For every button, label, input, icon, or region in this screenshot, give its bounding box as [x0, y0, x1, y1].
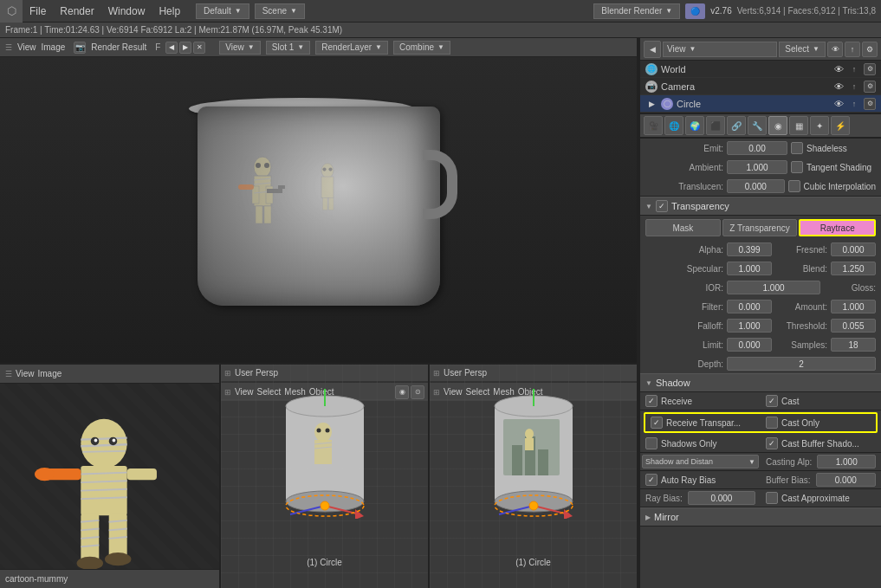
mummy-image-label[interactable]: Image [38, 369, 62, 378]
blend-value: 1.250 [842, 264, 864, 274]
world-eye-icon[interactable]: 👁 [832, 63, 845, 75]
camera-cursor-icon[interactable]: ↑ [848, 81, 860, 93]
alpha-field[interactable]: 0.399 [727, 242, 772, 256]
depth-field[interactable]: 2 [727, 357, 876, 371]
combine-dropdown[interactable]: Combine ▼ [393, 41, 450, 55]
limit-field[interactable]: 0.000 [727, 338, 772, 352]
emit-field[interactable]: 0.00 [727, 141, 787, 155]
transparency-check[interactable] [656, 200, 668, 212]
prev-btn[interactable]: ◀ [165, 42, 178, 54]
viewport-3d-left[interactable]: ⊞ User Persp [221, 365, 430, 588]
particles-icon[interactable]: ✦ [810, 116, 829, 135]
buffer-bias-field[interactable]: 0.000 [816, 473, 876, 487]
world-settings-icon[interactable]: ⚙ [864, 63, 876, 75]
cast-approx-check[interactable] [766, 492, 778, 504]
next-btn[interactable]: ▶ [179, 42, 191, 54]
scene-item-circle[interactable]: ▶ ◯ Circle 👁 ↑ ⚙ [640, 95, 881, 113]
falloff-field[interactable]: 1.000 [727, 319, 772, 333]
ambient-field[interactable]: 1.000 [727, 160, 787, 174]
svg-rect-69 [538, 449, 548, 475]
ray-bias-field[interactable]: 0.000 [688, 491, 755, 505]
viewport-header-right: ⊞ User Persp [430, 365, 637, 382]
ior-field[interactable]: 1.000 [727, 281, 820, 294]
fresnel-field[interactable]: 0.000 [831, 242, 876, 256]
material-icon[interactable]: ◉ [768, 116, 787, 135]
menu-render[interactable]: Render [53, 0, 100, 23]
view-dropdown-rp[interactable]: View ▼ [663, 42, 777, 57]
z-trans-label: Z Transparency [729, 223, 789, 233]
engine-selector[interactable]: Blender Render ▼ [593, 3, 680, 19]
translucen-field[interactable]: 0.000 [727, 179, 785, 193]
tangent-check[interactable] [791, 161, 803, 173]
mode-btn-2[interactable]: ⊙ [411, 385, 424, 399]
image-label[interactable]: Image [42, 42, 66, 52]
receive-check[interactable] [645, 395, 658, 407]
amount-field[interactable]: 1.000 [831, 300, 876, 313]
circle-settings-icon[interactable]: ⚙ [864, 98, 876, 110]
receive-trans-label: Receive Transpar... [666, 418, 741, 428]
world-cursor-icon[interactable]: ↑ [848, 63, 860, 75]
obj-prop-icon[interactable]: ⬛ [706, 116, 725, 135]
ior-value: 1.000 [762, 283, 784, 293]
renderlayer-dropdown[interactable]: RenderLayer ▼ [315, 41, 388, 55]
shadow-header[interactable]: ▼ Shadow [640, 373, 881, 392]
cast-check[interactable] [766, 395, 778, 407]
raytrace-label: Raytrace [820, 223, 855, 233]
rp-nav-icon[interactable]: ◀ [644, 41, 661, 58]
mask-btn[interactable]: Mask [645, 219, 721, 236]
view-label[interactable]: View [17, 42, 36, 52]
cast-buffer-check[interactable] [766, 437, 778, 449]
z-transparency-btn[interactable]: Z Transparency [722, 219, 798, 236]
scene-selector[interactable]: Scene ▼ [255, 3, 305, 19]
cubic-check[interactable] [788, 180, 800, 192]
circle-eye-icon[interactable]: 👁 [832, 98, 845, 110]
close-btn[interactable]: ✕ [193, 42, 205, 54]
shadows-only-check[interactable] [645, 437, 658, 449]
camera-eye-icon[interactable]: 👁 [832, 81, 845, 93]
filter-field[interactable]: 0.000 [727, 300, 772, 313]
mummy-bottom-bar: cartoon-mummy [0, 569, 219, 588]
circle-cursor-icon[interactable]: ↑ [848, 98, 860, 110]
eye-btn[interactable]: 👁 [827, 42, 843, 57]
modifier-icon[interactable]: 🔧 [748, 116, 767, 135]
texture-icon[interactable]: ▦ [789, 116, 808, 135]
workspace-selector[interactable]: Default ▼ [196, 3, 249, 19]
mirror-header[interactable]: ▶ Mirror [640, 507, 881, 527]
viewport-3d-right[interactable]: ⊞ User Persp [430, 365, 637, 588]
mode-btn-1[interactable]: ◉ [395, 385, 409, 399]
transparency-header[interactable]: ▼ Transparency [640, 197, 881, 216]
scene-prop-icon[interactable]: 🌐 [664, 116, 683, 135]
auto-ray-bias-check[interactable] [645, 474, 658, 486]
view-dropdown[interactable]: View ▼ [219, 41, 260, 55]
select-dropdown-rp[interactable]: Select ▼ [779, 42, 826, 57]
threshold-field[interactable]: 0.055 [831, 319, 876, 333]
scene-item-camera[interactable]: 📷 Camera 👁 ↑ ⚙ [640, 78, 881, 95]
slot-dropdown[interactable]: Slot 1 ▼ [266, 41, 311, 55]
world-prop-icon[interactable]: 🌍 [685, 116, 704, 135]
blend-field[interactable]: 1.250 [831, 262, 876, 275]
shadeless-check[interactable] [791, 142, 803, 154]
camera-settings-icon[interactable]: ⚙ [864, 81, 876, 93]
circle-expand-icon[interactable]: ▶ [645, 98, 658, 110]
menu-window[interactable]: Window [101, 0, 152, 23]
specular-field[interactable]: 1.000 [727, 262, 772, 275]
gear-btn[interactable]: ⚙ [862, 42, 878, 57]
casting-alp-field[interactable]: 1.000 [817, 455, 876, 468]
samples-field[interactable]: 18 [831, 338, 876, 352]
svg-rect-16 [322, 197, 327, 210]
cursor-btn[interactable]: ↑ [845, 42, 860, 57]
scene-item-world[interactable]: 🌐 World 👁 ↑ ⚙ [640, 61, 881, 78]
raytrace-btn[interactable]: Raytrace [799, 219, 876, 236]
view-tab[interactable]: View [235, 387, 254, 397]
cast-only-check[interactable] [766, 417, 778, 429]
constraint-icon[interactable]: 🔗 [727, 116, 746, 135]
mummy-view-label[interactable]: View [16, 369, 35, 378]
mug-body [198, 107, 440, 306]
render-prop-icon[interactable]: 🎥 [644, 116, 663, 135]
view-tab-r[interactable]: View [444, 387, 463, 397]
menu-file[interactable]: File [23, 0, 53, 23]
menu-help[interactable]: Help [152, 0, 187, 23]
shadow-dist-field[interactable]: Shadow and Distan ▼ [642, 455, 759, 468]
receive-trans-check[interactable] [651, 417, 663, 429]
physics-icon[interactable]: ⚡ [831, 116, 850, 135]
